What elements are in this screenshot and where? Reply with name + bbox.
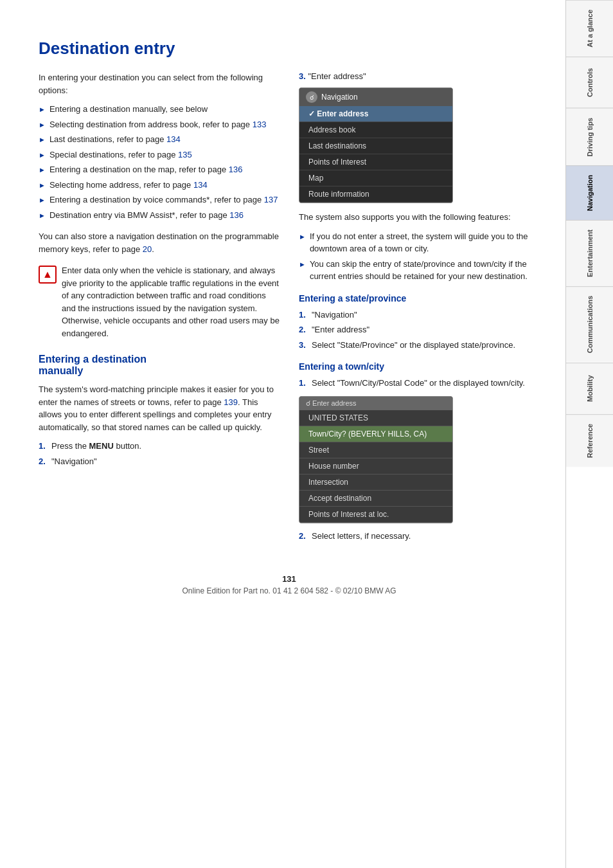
- left-column: In entering your destination you can sel…: [39, 71, 280, 548]
- sidebar-tab-controls[interactable]: Controls: [566, 57, 613, 108]
- list-item: ► Special destinations, refer to page 13…: [39, 149, 280, 161]
- triangle-icon: ►: [39, 134, 46, 145]
- intro-text: In entering your destination you can sel…: [39, 71, 280, 96]
- section-manual-heading: Entering a destinationmanually: [39, 354, 280, 377]
- feature-item: ► You can skip the entry of state/provin…: [299, 258, 540, 283]
- enter-addr-item-us: UNITED STATES: [299, 410, 452, 426]
- store-note: You can also store a navigation destinat…: [39, 230, 280, 255]
- sidebar-tab-driving-tips[interactable]: Driving tips: [566, 108, 613, 166]
- nav-menu-last-destinations: Last destinations: [299, 138, 452, 154]
- main-content: Destination entry In entering your desti…: [0, 0, 565, 868]
- step-num: 1.: [299, 309, 308, 321]
- triangle-icon: ►: [39, 180, 46, 191]
- link-20[interactable]: 20: [143, 244, 152, 254]
- enter-addr-screenshot: ☌ Enter address UNITED STATES Town/City?…: [299, 396, 453, 523]
- nav-menu-enter-address: ✓ Enter address: [299, 106, 452, 122]
- step-text: Select "Town/City/Postal Code" or the di…: [312, 377, 525, 390]
- sidebar: At a glance Controls Driving tips Naviga…: [565, 0, 613, 868]
- feature-list: ► If you do not enter a street, the syst…: [299, 230, 540, 283]
- step-item: 1. Select "Town/City/Postal Code" or the…: [299, 377, 540, 390]
- list-item: ► Destination entry via BMW Assist*, ref…: [39, 209, 280, 222]
- list-item: ► Last destinations, refer to page 134: [39, 133, 280, 146]
- feature-text: You can skip the entry of state/province…: [310, 258, 540, 283]
- step-num: 2.: [299, 530, 308, 543]
- step-num: 2.: [299, 323, 308, 336]
- list-item-text: Special destinations, refer to page 135: [49, 149, 192, 161]
- step-num: 2.: [39, 455, 48, 468]
- menu-bold: MENU: [89, 441, 114, 451]
- step-item: 3. Select "State/Province" or the displa…: [299, 339, 540, 352]
- nav-menu-points-of-interest: Points of Interest: [299, 154, 452, 170]
- step-item: 2. "Enter address": [299, 323, 540, 336]
- link-139[interactable]: 139: [224, 397, 238, 407]
- page-number: 131: [39, 574, 540, 584]
- step-num: 1.: [299, 377, 308, 390]
- page-title: Destination entry: [39, 39, 540, 59]
- enter-addr-item-house: House number: [299, 458, 452, 475]
- list-item-text: Entering a destination on the map, refer…: [49, 163, 243, 176]
- nav-menu-address-book: Address book: [299, 122, 452, 138]
- section-town-heading: Entering a town/city: [299, 361, 540, 372]
- step-text: Select "State/Province" or the displayed…: [312, 339, 515, 352]
- triangle-icon: ►: [39, 120, 46, 131]
- manual-body: The system's word-matching principle mak…: [39, 383, 280, 433]
- list-item-text: Entering a destination manually, see bel…: [49, 103, 208, 116]
- feature-item: ► If you do not enter a street, the syst…: [299, 230, 540, 255]
- right-column: 3. "Enter address" ☌ Navigation ✓ Enter …: [299, 71, 540, 548]
- feature-text: If you do not enter a street, the system…: [310, 230, 540, 255]
- sidebar-tab-navigation[interactable]: Navigation: [566, 165, 613, 220]
- warning-box: ▲ Enter data only when the vehicle is st…: [39, 264, 280, 339]
- step-num: 1.: [39, 440, 48, 453]
- enter-addr-item-street: Street: [299, 442, 452, 458]
- link-136b[interactable]: 136: [229, 210, 244, 220]
- step-text: "Enter address": [312, 323, 369, 336]
- footer-text: Online Edition for Part no. 01 41 2 604 …: [182, 586, 396, 595]
- sidebar-tab-reference[interactable]: Reference: [566, 414, 613, 467]
- system-note: The system also supports you with the fo…: [299, 211, 540, 224]
- enter-addr-item-accept: Accept destination: [299, 491, 452, 507]
- list-item-text: Selecting destination from address book,…: [49, 118, 267, 131]
- list-item: ► Selecting destination from address boo…: [39, 118, 280, 131]
- sidebar-tab-mobility[interactable]: Mobility: [566, 363, 613, 414]
- link-133[interactable]: 133: [253, 120, 267, 129]
- town-steps: 1. Select "Town/City/Postal Code" or the…: [299, 377, 540, 390]
- step-item: 1. "Navigation": [299, 309, 540, 321]
- triangle-icon: ►: [39, 195, 46, 206]
- step-num: 3.: [299, 339, 308, 352]
- step-item: 1. Press the MENU button.: [39, 440, 280, 453]
- triangle-icon: ►: [39, 104, 46, 115]
- list-item: ► Entering a destination on the map, ref…: [39, 163, 280, 176]
- nav-menu-route-information: Route information: [299, 186, 452, 203]
- link-136a[interactable]: 136: [229, 165, 243, 174]
- sidebar-tab-at-a-glance[interactable]: At a glance: [566, 0, 613, 57]
- sidebar-tab-entertainment[interactable]: Entertainment: [566, 220, 613, 286]
- link-137[interactable]: 137: [264, 195, 278, 204]
- manual-steps: 1. Press the MENU button. 2. "Navigation…: [39, 440, 280, 467]
- step3-text: "Enter address": [308, 71, 366, 81]
- step3-container: 3. "Enter address": [299, 71, 540, 81]
- list-item-text: Destination entry via BMW Assist*, refer…: [49, 209, 244, 222]
- section-state-heading: Entering a state/province: [299, 293, 540, 303]
- sidebar-tab-communications[interactable]: Communications: [566, 286, 613, 362]
- triangle-icon: ►: [299, 231, 306, 242]
- page-footer: 131 Online Edition for Part no. 01 41 2 …: [39, 574, 540, 595]
- list-item-text: Selecting home address, refer to page 13…: [49, 179, 208, 192]
- link-134b[interactable]: 134: [193, 180, 208, 190]
- enter-addr-item-poi: Points of Interest at loc.: [299, 507, 452, 523]
- triangle-icon: ►: [39, 150, 46, 161]
- step-text: Select letters, if necessary.: [312, 530, 411, 543]
- nav-header-title: Navigation: [321, 93, 358, 102]
- link-135[interactable]: 135: [178, 150, 192, 159]
- link-134a[interactable]: 134: [166, 134, 181, 144]
- step-text: "Navigation": [312, 309, 357, 321]
- triangle-icon: ►: [39, 210, 46, 221]
- warning-text: Enter data only when the vehicle is stat…: [62, 264, 280, 339]
- step-text: "Navigation": [51, 455, 97, 468]
- state-steps: 1. "Navigation" 2. "Enter address" 3. Se…: [299, 309, 540, 352]
- enter-addr-header: ☌ Enter address: [299, 397, 452, 410]
- triangle-icon: ►: [299, 259, 306, 270]
- list-item-text: Entering a destination by voice commands…: [49, 194, 278, 206]
- options-list: ► Entering a destination manually, see b…: [39, 103, 280, 221]
- nav-menu-map: Map: [299, 170, 452, 186]
- enter-addr-item-town: Town/City? (BEVERLY HILLS, CA): [299, 426, 452, 442]
